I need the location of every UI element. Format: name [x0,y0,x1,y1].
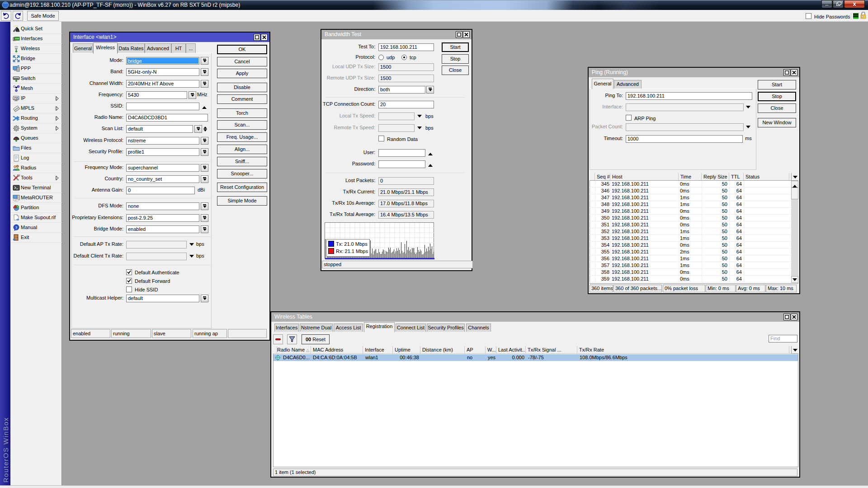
svg-text:255: 255 [14,97,19,100]
svg-text:?: ? [15,225,18,230]
